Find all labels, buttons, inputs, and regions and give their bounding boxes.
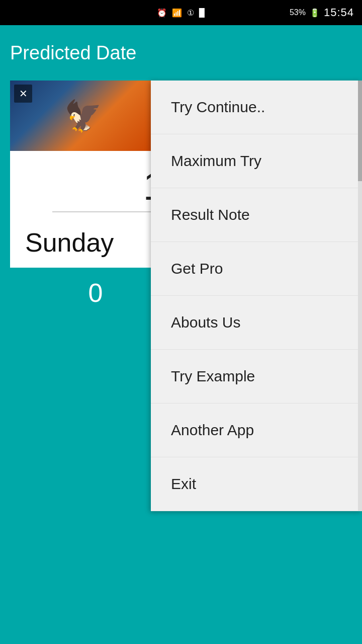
- menu-item-another-app-label: Another App: [171, 422, 254, 438]
- battery-percent: 53%: [290, 8, 306, 17]
- scroll-indicator: [358, 80, 362, 511]
- wifi-icon: 📶: [172, 8, 182, 18]
- scroll-thumb: [358, 80, 362, 181]
- sim-icon: ①: [187, 8, 194, 18]
- menu-item-get-pro-label: Get Pro: [171, 260, 223, 277]
- menu-item-abouts-us-label: Abouts Us: [171, 314, 240, 331]
- battery-icon: 🔋: [310, 8, 320, 18]
- toolbar-title: Predicted Date: [10, 42, 136, 64]
- dropdown-menu: Try Continue.. Maximum Try Result Note G…: [151, 80, 362, 511]
- main-content: 🦅 ✕ 12 J Sunday 0 Try Continue..: [0, 80, 362, 644]
- signal-icon: ▉: [199, 8, 205, 18]
- menu-item-maximum-try[interactable]: Maximum Try: [151, 134, 362, 188]
- status-right: 53% 🔋 15:54: [290, 6, 354, 19]
- menu-item-try-continue[interactable]: Try Continue..: [151, 80, 362, 134]
- status-icons-center: ⏰ 📶 ① ▉: [157, 8, 205, 18]
- menu-item-exit-label: Exit: [171, 475, 196, 492]
- menu-item-result-note[interactable]: Result Note: [151, 188, 362, 242]
- menu-item-another-app[interactable]: Another App: [151, 404, 362, 457]
- status-time: 15:54: [324, 6, 354, 19]
- menu-item-get-pro[interactable]: Get Pro: [151, 242, 362, 296]
- menu-item-try-example-label: Try Example: [171, 368, 255, 384]
- menu-item-try-example[interactable]: Try Example: [151, 350, 362, 404]
- menu-item-maximum-try-label: Maximum Try: [171, 152, 261, 169]
- menu-item-try-continue-label: Try Continue..: [171, 99, 265, 115]
- status-bar: ⏰ 📶 ① ▉ 53% 🔋 15:54: [0, 0, 362, 25]
- menu-item-result-note-label: Result Note: [171, 206, 250, 223]
- alarm-icon: ⏰: [157, 8, 167, 18]
- app-toolbar: Predicted Date: [0, 25, 362, 80]
- menu-item-exit[interactable]: Exit: [151, 457, 362, 511]
- dropdown-overlay[interactable]: Try Continue.. Maximum Try Result Note G…: [0, 80, 362, 644]
- menu-item-abouts-us[interactable]: Abouts Us: [151, 296, 362, 350]
